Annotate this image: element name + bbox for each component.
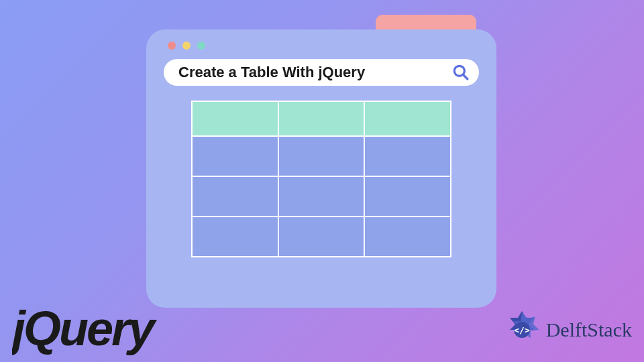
svg-text:</>: </> [514,325,530,335]
table-cell [364,217,451,257]
table-row [192,217,451,257]
svg-line-1 [463,74,468,80]
table-header-cell [278,101,365,136]
close-dot[interactable] [168,42,176,50]
search-text: Create a Table With jQuery [178,64,452,81]
jquery-logo: jQuery [12,297,227,361]
table-header-cell [364,101,451,136]
table-cell [364,176,451,217]
browser-window: Create a Table With jQuery [146,29,496,308]
search-icon[interactable] [452,64,470,81]
table-cell [364,136,451,176]
table-cell [192,176,278,217]
delftstack-icon: </> [500,308,543,351]
table-cell [192,217,278,257]
table-cell [278,176,365,217]
table-header-cell [192,101,278,136]
table-cell [278,136,365,176]
demo-table [191,101,451,257]
table-row [192,136,451,176]
table-cell [278,217,365,257]
delftstack-logo: </> DelftStack [500,308,632,351]
svg-text:jQuery: jQuery [12,302,158,355]
delftstack-text: DelftStack [546,318,632,341]
table-header-row [192,101,451,136]
search-bar[interactable]: Create a Table With jQuery [164,59,479,86]
maximize-dot[interactable] [197,42,205,50]
window-controls [168,42,479,50]
svg-point-0 [454,66,464,76]
minimize-dot[interactable] [182,42,191,50]
table-cell [192,136,278,176]
table-row [192,176,451,217]
